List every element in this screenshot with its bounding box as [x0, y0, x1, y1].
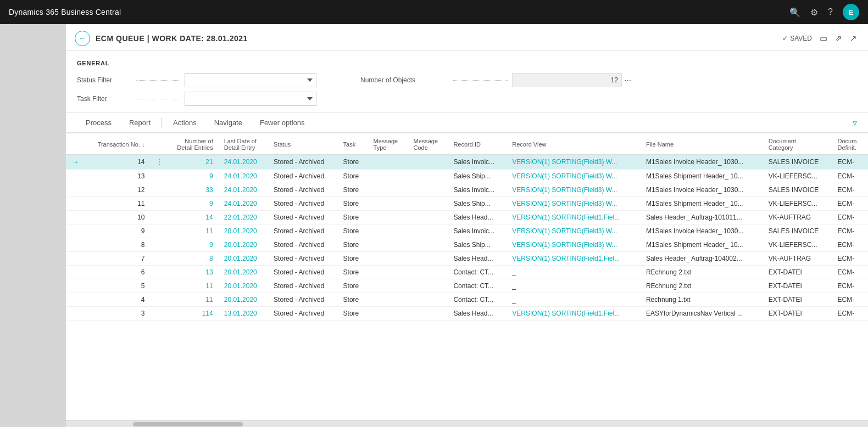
cell-record_id: Contact: CT... — [448, 279, 507, 293]
cell-last_date[interactable]: 24.01.2020 — [219, 155, 268, 170]
cell-detail_entries[interactable]: 13 — [169, 266, 218, 279]
cell-dots[interactable] — [150, 279, 169, 293]
table-wrapper[interactable]: Transaction No. ↓ Number ofDetail Entrie… — [66, 133, 868, 420]
cell-dots[interactable] — [150, 252, 169, 266]
tab-report[interactable]: Report — [120, 113, 159, 133]
cell-task: Store — [338, 238, 368, 252]
cell-last_date[interactable]: 24.01.2020 — [219, 170, 268, 183]
cell-last_date[interactable]: 22.01.2020 — [219, 211, 268, 224]
table-row[interactable]: 13924.01.2020Stored - ArchivedStoreSales… — [66, 170, 868, 183]
col-file-name[interactable]: File Name — [641, 133, 763, 155]
cell-dots[interactable]: ⋮ — [150, 155, 169, 170]
col-detail-entries[interactable]: Number ofDetail Entries — [169, 133, 218, 155]
scrollbar-track[interactable] — [66, 420, 868, 427]
status-filter-select[interactable] — [185, 73, 316, 87]
cell-detail_entries[interactable]: 11 — [169, 279, 218, 293]
cell-last_date[interactable]: 20.01.2020 — [219, 266, 268, 279]
table-row[interactable]: 7820.01.2020Stored - ArchivedStoreSales … — [66, 252, 868, 266]
filter-icon[interactable]: ▿ — [853, 117, 857, 128]
cell-record_view[interactable]: VERSION(1) SORTING(Field1,Fiel... — [507, 211, 641, 224]
back-button[interactable]: ← — [75, 31, 90, 46]
col-status[interactable]: Status — [268, 133, 337, 155]
cell-last_date[interactable]: 20.01.2020 — [219, 238, 268, 252]
task-filter-select[interactable] — [185, 92, 316, 106]
cell-last_date[interactable]: 20.01.2020 — [219, 293, 268, 307]
col-last-date[interactable]: Last Date ofDetail Entry — [219, 133, 268, 155]
cell-dots[interactable] — [150, 197, 169, 211]
col-task[interactable]: Task — [338, 133, 368, 155]
table-row[interactable]: 41120.01.2020Stored - ArchivedStoreConta… — [66, 293, 868, 307]
table-row[interactable]: 311413.01.2020Stored - ArchivedStoreSale… — [66, 307, 868, 321]
avatar[interactable]: E — [843, 4, 859, 20]
cell-record_view[interactable]: VERSION(1) SORTING(Field3) W... — [507, 155, 641, 170]
cell-record_view[interactable]: VERSION(1) SORTING(Field1,Fiel... — [507, 307, 641, 321]
table-row[interactable]: 123324.01.2020Stored - ArchivedStoreSale… — [66, 183, 868, 197]
tab-process[interactable]: Process — [77, 113, 120, 133]
col-doc-def[interactable]: Docum.Definit. — [832, 133, 868, 155]
col-message-type[interactable]: MessageType — [368, 133, 408, 155]
cell-record_view[interactable]: VERSION(1) SORTING(Field3) W... — [507, 238, 641, 252]
table-row[interactable]: 51120.01.2020Stored - ArchivedStoreConta… — [66, 279, 868, 293]
cell-doc_category: VK-LIEFERSC... — [763, 197, 832, 211]
gear-icon[interactable]: ⚙ — [810, 7, 818, 18]
cell-last_date[interactable]: 13.01.2020 — [219, 307, 268, 321]
cell-record_view[interactable]: VERSION(1) SORTING(Field3) W... — [507, 197, 641, 211]
table-row[interactable]: 11924.01.2020Stored - ArchivedStoreSales… — [66, 197, 868, 211]
cell-detail_entries[interactable]: 114 — [169, 307, 218, 321]
share-icon[interactable]: ⇗ — [835, 33, 842, 43]
cell-status: Stored - Archived — [268, 170, 337, 183]
cell-dots[interactable] — [150, 307, 169, 321]
cell-last_date[interactable]: 20.01.2020 — [219, 224, 268, 238]
saved-label: SAVED — [790, 35, 812, 42]
cell-record_view[interactable]: VERSION(1) SORTING(Field1,Fiel... — [507, 252, 641, 266]
cell-detail_entries[interactable]: 21 — [169, 155, 218, 170]
expand-icon[interactable]: ↗ — [850, 33, 857, 43]
cell-last_date[interactable]: 20.01.2020 — [219, 279, 268, 293]
cell-dots[interactable] — [150, 293, 169, 307]
table-row[interactable]: →14⋮2124.01.2020Stored - ArchivedStoreSa… — [66, 155, 868, 170]
cell-transaction_no: 8 — [85, 238, 150, 252]
cell-detail_entries[interactable]: 8 — [169, 252, 218, 266]
cell-detail_entries[interactable]: 14 — [169, 211, 218, 224]
cell-record_view[interactable]: VERSION(1) SORTING(Field3) W... — [507, 170, 641, 183]
help-icon[interactable]: ? — [828, 7, 833, 17]
bookmark-icon[interactable]: ▭ — [820, 33, 827, 43]
tab-fewer-options[interactable]: Fewer options — [251, 113, 314, 133]
cell-record_view[interactable]: VERSION(1) SORTING(Field3) W... — [507, 224, 641, 238]
tab-actions[interactable]: Actions — [164, 113, 205, 133]
cell-task: Store — [338, 307, 368, 321]
cell-dots[interactable] — [150, 170, 169, 183]
table-row[interactable]: 8920.01.2020Stored - ArchivedStoreSales … — [66, 238, 868, 252]
cell-dots[interactable] — [150, 266, 169, 279]
cell-last_date[interactable]: 24.01.2020 — [219, 183, 268, 197]
search-icon[interactable]: 🔍 — [789, 7, 800, 18]
table-row[interactable]: 101422.01.2020Stored - ArchivedStoreSale… — [66, 211, 868, 224]
tab-navigate[interactable]: Navigate — [205, 113, 251, 133]
cell-last_date[interactable]: 20.01.2020 — [219, 252, 268, 266]
cell-detail_entries[interactable]: 9 — [169, 238, 218, 252]
table-row[interactable]: 61320.01.2020Stored - ArchivedStoreConta… — [66, 266, 868, 279]
num-objects-more[interactable]: ⋯ — [624, 76, 631, 85]
cell-detail_entries[interactable]: 11 — [169, 224, 218, 238]
cell-record_view[interactable]: VERSION(1) SORTING(Field3) W... — [507, 183, 641, 197]
cell-file_name: REchnung 2.txt — [641, 266, 763, 279]
cell-doc_def: ECM- — [832, 307, 868, 321]
scrollbar-thumb[interactable] — [133, 422, 243, 426]
col-record-id[interactable]: Record ID — [448, 133, 507, 155]
col-message-code[interactable]: MessageCode — [408, 133, 448, 155]
table-row[interactable]: 91120.01.2020Stored - ArchivedStoreSales… — [66, 224, 868, 238]
cell-dots[interactable] — [150, 238, 169, 252]
cell-detail_entries[interactable]: 33 — [169, 183, 218, 197]
cell-last_date[interactable]: 24.01.2020 — [219, 197, 268, 211]
cell-dots[interactable] — [150, 224, 169, 238]
data-table: Transaction No. ↓ Number ofDetail Entrie… — [66, 133, 868, 321]
col-record-view[interactable]: Record View — [507, 133, 641, 155]
cell-dots[interactable] — [150, 211, 169, 224]
col-doc-category[interactable]: DocumentCategory — [763, 133, 832, 155]
cell-dots[interactable] — [150, 183, 169, 197]
col-transaction-no[interactable]: Transaction No. ↓ — [85, 133, 150, 155]
cell-detail_entries[interactable]: 9 — [169, 170, 218, 183]
cell-transaction_no: 9 — [85, 224, 150, 238]
cell-detail_entries[interactable]: 9 — [169, 197, 218, 211]
cell-detail_entries[interactable]: 11 — [169, 293, 218, 307]
